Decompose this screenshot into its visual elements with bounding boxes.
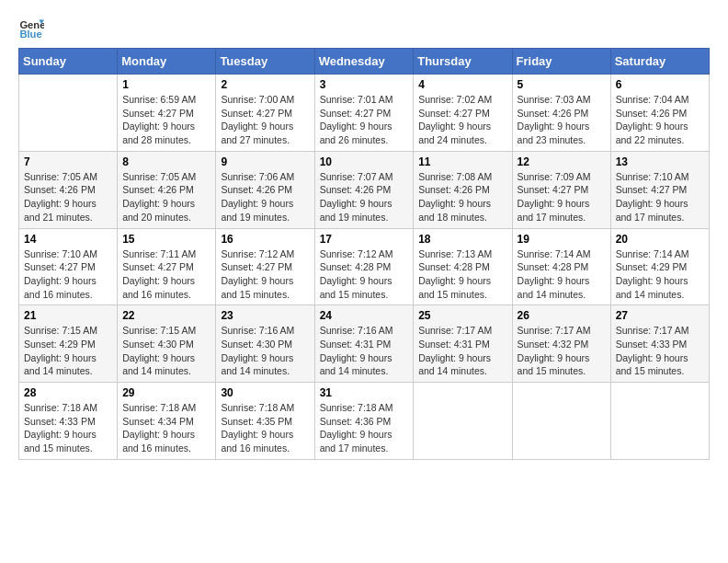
day-number: 4 xyxy=(418,78,506,91)
sunrise-text: Sunrise: 7:16 AM xyxy=(221,324,309,338)
sunrise-text: Sunrise: 6:59 AM xyxy=(122,93,210,107)
sunrise-text: Sunrise: 7:05 AM xyxy=(122,170,210,184)
day-number: 16 xyxy=(221,233,309,246)
calendar-cell: 6Sunrise: 7:04 AMSunset: 4:26 PMDaylight… xyxy=(610,75,709,152)
daylight-text: Daylight: 9 hours and 14 minutes. xyxy=(518,274,606,301)
day-info: Sunrise: 7:17 AMSunset: 4:33 PMDaylight:… xyxy=(616,324,704,378)
day-number: 20 xyxy=(616,233,704,246)
day-number: 30 xyxy=(221,386,309,399)
sunrise-text: Sunrise: 7:10 AM xyxy=(616,170,704,184)
sunset-text: Sunset: 4:33 PM xyxy=(24,415,112,429)
sunset-text: Sunset: 4:33 PM xyxy=(616,338,704,351)
sunrise-text: Sunrise: 7:14 AM xyxy=(616,247,704,261)
calendar-cell: 23Sunrise: 7:16 AMSunset: 4:30 PMDayligh… xyxy=(216,305,314,383)
calendar-week-row: 28Sunrise: 7:18 AMSunset: 4:33 PMDayligh… xyxy=(19,383,710,460)
daylight-text: Daylight: 9 hours and 24 minutes. xyxy=(418,120,506,146)
sunrise-text: Sunrise: 7:18 AM xyxy=(320,401,409,415)
calendar-cell: 11Sunrise: 7:08 AMSunset: 4:26 PMDayligh… xyxy=(414,151,512,228)
sunset-text: Sunset: 4:29 PM xyxy=(24,338,112,351)
day-info: Sunrise: 7:10 AMSunset: 4:27 PMDaylight:… xyxy=(24,247,112,302)
day-number: 12 xyxy=(518,155,606,168)
sunrise-text: Sunrise: 7:18 AM xyxy=(122,401,210,415)
calendar-cell: 8Sunrise: 7:05 AMSunset: 4:26 PMDaylight… xyxy=(118,151,216,228)
calendar-cell: 3Sunrise: 7:01 AMSunset: 4:27 PMDaylight… xyxy=(314,75,414,152)
sunrise-text: Sunrise: 7:16 AM xyxy=(320,324,409,338)
sunrise-text: Sunrise: 7:17 AM xyxy=(418,324,506,338)
daylight-text: Daylight: 9 hours and 16 minutes. xyxy=(24,274,112,301)
calendar-cell: 15Sunrise: 7:11 AMSunset: 4:27 PMDayligh… xyxy=(118,228,216,305)
daylight-text: Daylight: 9 hours and 26 minutes. xyxy=(320,120,409,146)
sunrise-text: Sunrise: 7:14 AM xyxy=(518,247,606,261)
calendar-week-row: 21Sunrise: 7:15 AMSunset: 4:29 PMDayligh… xyxy=(19,305,710,383)
sunset-text: Sunset: 4:32 PM xyxy=(518,338,606,351)
sunset-text: Sunset: 4:27 PM xyxy=(418,107,506,121)
calendar-cell xyxy=(19,75,118,152)
day-info: Sunrise: 7:18 AMSunset: 4:33 PMDaylight:… xyxy=(24,401,112,455)
day-info: Sunrise: 7:15 AMSunset: 4:29 PMDaylight:… xyxy=(24,324,112,378)
sunrise-text: Sunrise: 7:01 AM xyxy=(320,93,409,107)
weekday-header-tuesday: Tuesday xyxy=(216,49,314,75)
sunrise-text: Sunrise: 7:06 AM xyxy=(221,170,309,184)
calendar-cell: 24Sunrise: 7:16 AMSunset: 4:31 PMDayligh… xyxy=(314,305,414,383)
daylight-text: Daylight: 9 hours and 15 minutes. xyxy=(24,428,112,454)
calendar-cell: 18Sunrise: 7:13 AMSunset: 4:28 PMDayligh… xyxy=(414,228,512,305)
day-number: 21 xyxy=(24,309,112,322)
weekday-header-wednesday: Wednesday xyxy=(314,49,414,75)
sunset-text: Sunset: 4:26 PM xyxy=(221,183,309,197)
sunrise-text: Sunrise: 7:10 AM xyxy=(24,247,112,261)
sunrise-text: Sunrise: 7:03 AM xyxy=(518,93,606,107)
calendar-cell: 25Sunrise: 7:17 AMSunset: 4:31 PMDayligh… xyxy=(414,305,512,383)
calendar-cell: 21Sunrise: 7:15 AMSunset: 4:29 PMDayligh… xyxy=(19,305,118,383)
day-info: Sunrise: 7:09 AMSunset: 4:27 PMDaylight:… xyxy=(518,170,606,224)
daylight-text: Daylight: 9 hours and 27 minutes. xyxy=(221,120,309,146)
day-number: 17 xyxy=(320,233,409,246)
daylight-text: Daylight: 9 hours and 14 minutes. xyxy=(418,351,506,378)
day-number: 6 xyxy=(616,78,704,91)
day-number: 14 xyxy=(24,233,112,246)
calendar-cell: 28Sunrise: 7:18 AMSunset: 4:33 PMDayligh… xyxy=(19,383,118,460)
sunset-text: Sunset: 4:36 PM xyxy=(320,415,409,429)
daylight-text: Daylight: 9 hours and 18 minutes. xyxy=(418,197,506,224)
daylight-text: Daylight: 9 hours and 15 minutes. xyxy=(616,351,704,378)
day-info: Sunrise: 7:14 AMSunset: 4:28 PMDaylight:… xyxy=(518,247,606,302)
calendar-cell: 29Sunrise: 7:18 AMSunset: 4:34 PMDayligh… xyxy=(118,383,216,460)
weekday-header-thursday: Thursday xyxy=(414,49,512,75)
sunrise-text: Sunrise: 7:12 AM xyxy=(320,247,409,261)
daylight-text: Daylight: 9 hours and 19 minutes. xyxy=(221,197,309,224)
daylight-text: Daylight: 9 hours and 14 minutes. xyxy=(122,351,210,378)
calendar-cell: 10Sunrise: 7:07 AMSunset: 4:26 PMDayligh… xyxy=(314,151,414,228)
sunrise-text: Sunrise: 7:04 AM xyxy=(616,93,704,107)
calendar-cell: 12Sunrise: 7:09 AMSunset: 4:27 PMDayligh… xyxy=(512,151,610,228)
daylight-text: Daylight: 9 hours and 21 minutes. xyxy=(24,197,112,224)
daylight-text: Daylight: 9 hours and 22 minutes. xyxy=(616,120,704,146)
daylight-text: Daylight: 9 hours and 16 minutes. xyxy=(122,274,210,301)
day-number: 22 xyxy=(122,309,210,322)
sunset-text: Sunset: 4:27 PM xyxy=(122,107,210,121)
day-number: 19 xyxy=(518,233,606,246)
day-info: Sunrise: 7:16 AMSunset: 4:30 PMDaylight:… xyxy=(221,324,309,378)
sunset-text: Sunset: 4:27 PM xyxy=(221,107,309,121)
svg-text:Blue: Blue xyxy=(19,29,41,40)
day-info: Sunrise: 7:08 AMSunset: 4:26 PMDaylight:… xyxy=(418,170,506,224)
calendar-week-row: 1Sunrise: 6:59 AMSunset: 4:27 PMDaylight… xyxy=(19,75,710,152)
daylight-text: Daylight: 9 hours and 17 minutes. xyxy=(616,197,704,224)
sunrise-text: Sunrise: 7:07 AM xyxy=(320,170,409,184)
sunrise-text: Sunrise: 7:17 AM xyxy=(616,324,704,338)
sunrise-text: Sunrise: 7:05 AM xyxy=(24,170,112,184)
calendar-cell: 30Sunrise: 7:18 AMSunset: 4:35 PMDayligh… xyxy=(216,383,314,460)
calendar-cell: 26Sunrise: 7:17 AMSunset: 4:32 PMDayligh… xyxy=(512,305,610,383)
calendar-week-row: 14Sunrise: 7:10 AMSunset: 4:27 PMDayligh… xyxy=(19,228,710,305)
calendar-cell: 20Sunrise: 7:14 AMSunset: 4:29 PMDayligh… xyxy=(610,228,709,305)
sunset-text: Sunset: 4:28 PM xyxy=(418,260,506,274)
day-number: 3 xyxy=(320,78,409,91)
day-number: 1 xyxy=(122,78,210,91)
daylight-text: Daylight: 9 hours and 16 minutes. xyxy=(221,428,309,454)
sunrise-text: Sunrise: 7:18 AM xyxy=(221,401,309,415)
daylight-text: Daylight: 9 hours and 20 minutes. xyxy=(122,197,210,224)
day-number: 26 xyxy=(518,309,606,322)
sunset-text: Sunset: 4:27 PM xyxy=(616,183,704,197)
daylight-text: Daylight: 9 hours and 15 minutes. xyxy=(518,351,606,378)
day-number: 23 xyxy=(221,309,309,322)
sunset-text: Sunset: 4:27 PM xyxy=(221,260,309,274)
sunset-text: Sunset: 4:27 PM xyxy=(122,260,210,274)
